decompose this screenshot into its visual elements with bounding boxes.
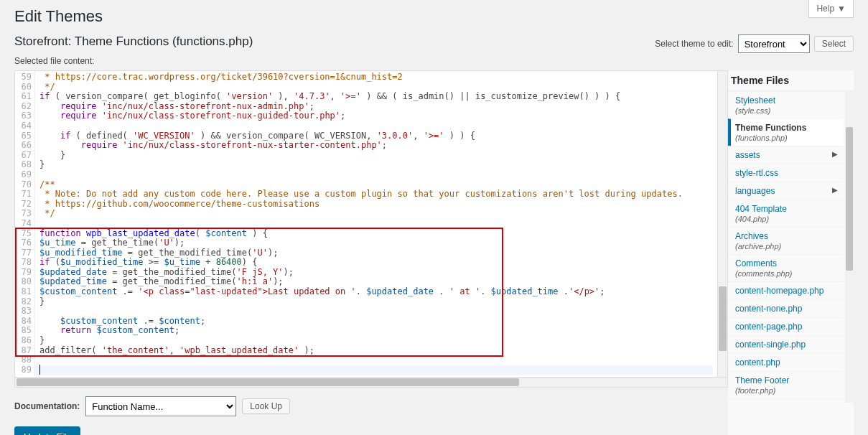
vertical-scrollbar[interactable] xyxy=(717,71,727,377)
theme-file-item[interactable]: content-page.php xyxy=(728,317,844,335)
theme-file-item[interactable]: Theme Footer(footer.php) xyxy=(728,371,844,398)
chevron-right-icon: ▶ xyxy=(832,150,838,158)
scrollbar-thumb[interactable] xyxy=(846,127,853,271)
theme-file-item[interactable]: Archives(archive.php) xyxy=(728,227,844,254)
scrollbar-thumb[interactable] xyxy=(719,286,727,351)
select-theme-label: Select theme to edit: xyxy=(655,39,733,49)
theme-file-item[interactable]: Theme Header(header.php) xyxy=(728,398,844,403)
theme-file-item[interactable]: content.php xyxy=(728,353,844,371)
theme-file-item[interactable]: Stylesheet(style.css) xyxy=(728,91,844,118)
select-button[interactable]: Select xyxy=(814,36,854,52)
theme-file-item[interactable]: content-none.php xyxy=(728,299,844,317)
theme-file-item[interactable]: Comments(comments.php) xyxy=(728,254,844,281)
horizontal-scrollbar[interactable] xyxy=(14,378,728,388)
theme-file-item[interactable]: content-single.php xyxy=(728,335,844,353)
documentation-label: Documentation: xyxy=(14,401,80,411)
subtitle-theme: Storefront: xyxy=(14,34,75,48)
code-editor[interactable]: 59 60 61 62 63 64 65 66 67 68 69 70 71 7… xyxy=(14,70,728,378)
chevron-down-icon: ▼ xyxy=(837,4,846,14)
file-subtitle: Storefront: Theme Functions (functions.p… xyxy=(14,34,253,49)
lookup-button[interactable]: Look Up xyxy=(242,398,290,414)
selected-file-label: Selected file content: xyxy=(14,56,854,66)
scrollbar-thumb[interactable] xyxy=(17,378,519,386)
theme-file-item[interactable]: style-rtl.css xyxy=(728,164,844,182)
subtitle-filename: (functions.php) xyxy=(172,34,253,48)
sidebar-scrollbar[interactable] xyxy=(845,91,854,403)
subtitle-main: Theme Functions xyxy=(75,34,169,48)
theme-file-item[interactable]: Theme Functions(functions.php) xyxy=(728,118,844,146)
theme-file-item[interactable]: 404 Template(404.php) xyxy=(728,200,844,227)
update-file-button[interactable]: Update File xyxy=(14,426,80,435)
code-content[interactable]: * https://core.trac.wordpress.org/ticket… xyxy=(35,71,717,377)
theme-file-item[interactable]: assets▶ xyxy=(728,146,844,164)
theme-select[interactable]: Storefront xyxy=(738,34,810,53)
documentation-select[interactable]: Function Name... xyxy=(85,396,236,416)
theme-file-item[interactable]: content-homepage.php xyxy=(728,281,844,299)
chevron-right-icon: ▶ xyxy=(832,186,838,194)
page-title: Edit Themes xyxy=(14,7,854,26)
help-label: Help xyxy=(816,4,834,14)
theme-file-item[interactable]: languages▶ xyxy=(728,182,844,200)
help-tab[interactable]: Help ▼ xyxy=(808,0,854,18)
theme-files-heading: Theme Files xyxy=(728,70,854,90)
line-number-gutter: 59 60 61 62 63 64 65 66 67 68 69 70 71 7… xyxy=(15,71,35,377)
